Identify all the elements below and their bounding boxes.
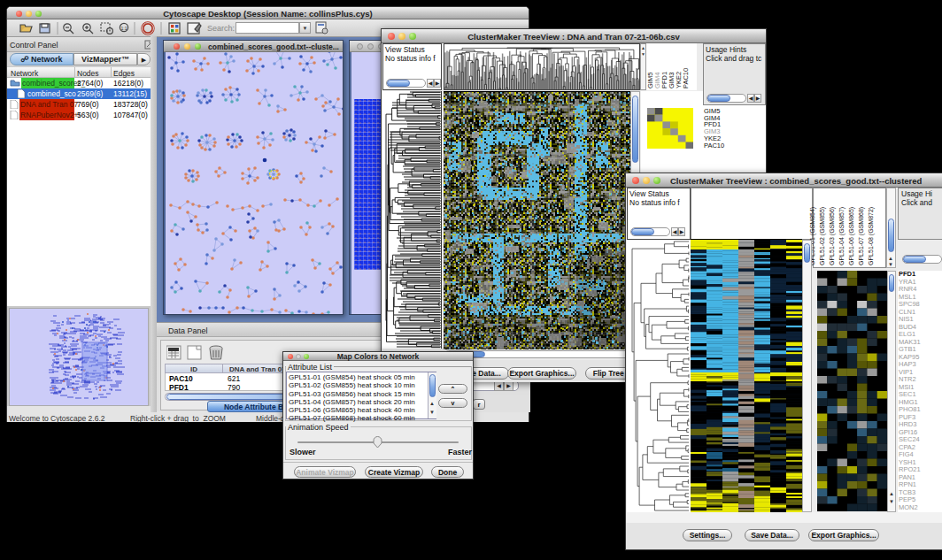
svg-text:1:1: 1:1 [121, 26, 127, 31]
